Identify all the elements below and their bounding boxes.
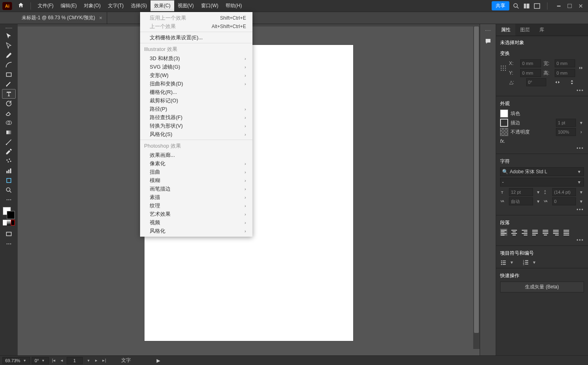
direct-selection-tool[interactable]	[2, 41, 16, 51]
paintbrush-tool[interactable]	[2, 79, 16, 89]
zoom-tool[interactable]	[2, 185, 16, 195]
first-artboard-icon[interactable]: |◂	[51, 358, 57, 363]
mi-crop-marks[interactable]: 裁剪标记(O)	[140, 96, 252, 105]
generate-vector-button[interactable]: 生成矢量 (Beta)	[500, 282, 584, 292]
close-tab-icon[interactable]: ×	[99, 15, 102, 21]
minimize-button[interactable]: ━	[554, 2, 564, 10]
tab-library[interactable]: 库	[535, 24, 549, 36]
justify-center-icon[interactable]	[542, 229, 549, 236]
scrollbar-thumb[interactable]	[474, 26, 479, 333]
menu-select[interactable]: 选择(S)	[127, 0, 151, 11]
comments-panel-icon[interactable]	[482, 37, 494, 46]
shape-builder-tool[interactable]	[2, 118, 16, 128]
mi-pixelate[interactable]: 像素化	[140, 159, 252, 168]
mi-effect-gallery[interactable]: 效果画廊...	[140, 151, 252, 159]
align-left-icon[interactable]	[500, 229, 507, 236]
y-field[interactable]: 0 mm	[520, 69, 541, 77]
h-field[interactable]: 0 mm	[555, 69, 576, 77]
type-tool[interactable]	[2, 89, 16, 99]
menu-window[interactable]: 窗口(W)	[197, 0, 222, 11]
width-tool[interactable]	[2, 137, 16, 147]
panel-grip[interactable]	[3, 26, 15, 30]
mi-3d[interactable]: 3D 和材质(3)	[140, 54, 252, 63]
fx-label[interactable]: fx.	[500, 138, 584, 144]
font-style-select[interactable]: -▾	[500, 178, 584, 187]
font-family-select[interactable]: 🔍Adobe 宋体 Std L▾	[500, 167, 584, 176]
opacity-field[interactable]: 100%	[556, 128, 576, 136]
tab-properties[interactable]: 属性	[496, 24, 515, 36]
angle-field[interactable]: 0°	[526, 78, 546, 86]
share-button[interactable]: 共享	[492, 1, 509, 10]
align-center-icon[interactable]	[511, 229, 518, 236]
pen-tool[interactable]	[2, 51, 16, 60]
mi-doc-raster[interactable]: 文档栅格效果设置(E)...	[140, 33, 252, 42]
screen-mode-tool[interactable]	[2, 229, 16, 239]
mi-brush-strokes[interactable]: 画笔描边	[140, 185, 252, 193]
tab-layers[interactable]: 图层	[515, 24, 535, 36]
more-appearance-icon[interactable]: •••	[500, 146, 584, 151]
edit-toolbox[interactable]	[2, 239, 16, 249]
color-modes[interactable]	[3, 220, 15, 225]
opacity-swatch[interactable]	[500, 128, 508, 136]
justify-all-icon[interactable]	[563, 229, 570, 236]
selection-tool[interactable]	[2, 31, 16, 41]
eyedropper-tool[interactable]	[2, 147, 16, 156]
leading-field[interactable]: (14.4 pt)	[552, 188, 576, 196]
mi-texture[interactable]: 纹理	[140, 201, 252, 210]
align-right-icon[interactable]	[521, 229, 528, 236]
more-character-icon[interactable]: •••	[500, 207, 584, 213]
vertical-scrollbar[interactable]	[473, 26, 480, 349]
opacity-dropdown[interactable]: ›	[578, 129, 584, 135]
menu-edit[interactable]: 编辑(E)	[57, 0, 80, 11]
mi-warp[interactable]: 变形(W)	[140, 71, 252, 79]
last-artboard-icon[interactable]: ▸|	[101, 358, 108, 363]
close-button[interactable]: ✕	[576, 2, 586, 10]
w-field[interactable]: 0 mm	[555, 59, 576, 67]
mi-svg[interactable]: SVG 滤镜(G)	[140, 63, 252, 71]
next-artboard-icon[interactable]: ▸	[93, 358, 100, 363]
status-flyout-icon[interactable]: ▶	[157, 358, 160, 363]
symbol-sprayer-tool[interactable]	[2, 156, 16, 166]
mi-path[interactable]: 路径(P)	[140, 105, 252, 113]
search-icon[interactable]	[513, 2, 520, 10]
mi-stylize-ps[interactable]: 风格化	[140, 227, 252, 235]
artboard-nav-field[interactable]: 1	[67, 357, 83, 364]
more-transform-icon[interactable]: •••	[500, 88, 584, 93]
menu-help[interactable]: 帮助(H)	[222, 0, 246, 11]
stroke-color[interactable]	[7, 211, 15, 219]
mi-convert-shape[interactable]: 转换为形状(V)	[140, 122, 252, 130]
reference-point-icon[interactable]	[500, 65, 507, 71]
edit-toolbar-button[interactable]	[2, 195, 16, 205]
workspace-icon[interactable]	[533, 2, 541, 10]
graph-tool[interactable]	[2, 166, 16, 176]
mi-ps-distort[interactable]: 扭曲	[140, 168, 252, 176]
mi-artistic[interactable]: 艺术效果	[140, 210, 252, 218]
curvature-tool[interactable]	[2, 60, 16, 70]
mi-video[interactable]: 视频	[140, 218, 252, 227]
gradient-tool[interactable]	[2, 128, 16, 137]
mi-distort[interactable]: 扭曲和变换(D)	[140, 79, 252, 88]
rotate-tool[interactable]	[2, 99, 16, 108]
rotate-view-field[interactable]: 0°▾	[32, 357, 49, 364]
eraser-tool[interactable]	[2, 108, 16, 118]
stroke-swatch[interactable]	[500, 119, 508, 127]
x-field[interactable]: 0 mm	[520, 59, 541, 67]
zoom-field[interactable]: 69.73%▾	[2, 357, 30, 364]
home-icon[interactable]	[18, 2, 24, 10]
fill-swatch[interactable]	[500, 110, 508, 118]
rectangle-tool[interactable]	[2, 70, 16, 79]
kerning-field[interactable]: 自动	[509, 197, 533, 205]
menu-object[interactable]: 对象(O)	[80, 0, 104, 11]
mi-rasterize[interactable]: 栅格化(R)...	[140, 88, 252, 96]
more-paragraph-icon[interactable]: •••	[500, 237, 584, 243]
justify-right-icon[interactable]	[552, 229, 560, 236]
numbering-icon[interactable]: 123	[523, 259, 529, 266]
menu-type[interactable]: 文字(T)	[104, 0, 127, 11]
mi-blur[interactable]: 模糊	[140, 176, 252, 185]
maximize-button[interactable]: ☐	[565, 2, 575, 10]
link-wh-icon[interactable]	[578, 65, 584, 71]
font-size-field[interactable]: 12 pt	[509, 188, 533, 196]
stroke-dropdown[interactable]: ▾	[578, 120, 584, 126]
mi-pathfinder[interactable]: 路径查找器(F)	[140, 113, 252, 122]
stroke-weight-field[interactable]: 1 pt	[556, 119, 576, 127]
